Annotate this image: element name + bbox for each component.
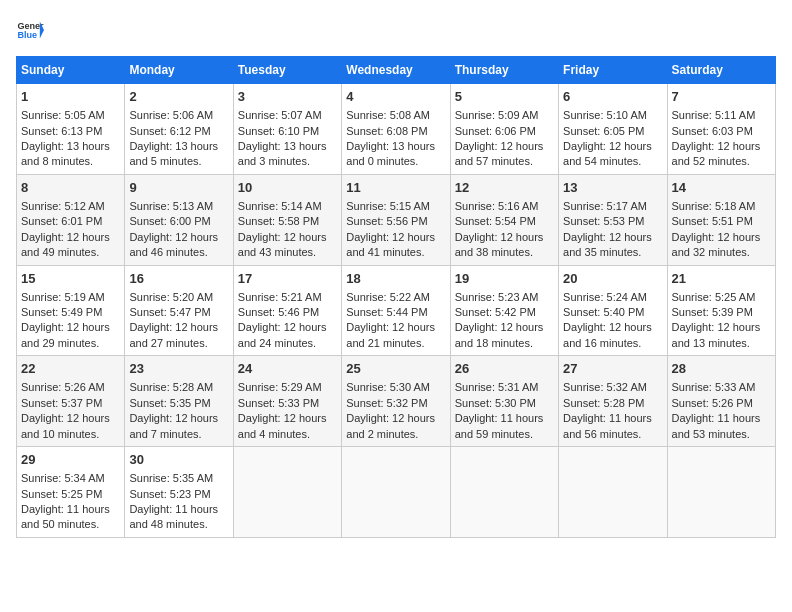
logo-icon: General Blue (16, 16, 44, 44)
day-number: 5 (455, 88, 554, 106)
daylight: Daylight: 12 hours and 49 minutes. (21, 231, 110, 258)
day-number: 19 (455, 270, 554, 288)
calendar-week-2: 8Sunrise: 5:12 AMSunset: 6:01 PMDaylight… (17, 174, 776, 265)
daylight: Daylight: 12 hours and 46 minutes. (129, 231, 218, 258)
day-number: 25 (346, 360, 445, 378)
day-number: 29 (21, 451, 120, 469)
calendar-cell: 8Sunrise: 5:12 AMSunset: 6:01 PMDaylight… (17, 174, 125, 265)
day-number: 26 (455, 360, 554, 378)
sunrise: Sunrise: 5:11 AM (672, 109, 756, 121)
sunset: Sunset: 5:26 PM (672, 397, 753, 409)
day-number: 1 (21, 88, 120, 106)
calendar-cell: 28Sunrise: 5:33 AMSunset: 5:26 PMDayligh… (667, 356, 775, 447)
sunset: Sunset: 5:51 PM (672, 215, 753, 227)
day-number: 6 (563, 88, 662, 106)
sunrise: Sunrise: 5:21 AM (238, 291, 322, 303)
day-number: 4 (346, 88, 445, 106)
day-number: 8 (21, 179, 120, 197)
sunset: Sunset: 5:58 PM (238, 215, 319, 227)
svg-text:Blue: Blue (17, 30, 37, 40)
calendar-cell: 2Sunrise: 5:06 AMSunset: 6:12 PMDaylight… (125, 84, 233, 175)
sunrise: Sunrise: 5:17 AM (563, 200, 647, 212)
sunset: Sunset: 6:13 PM (21, 125, 102, 137)
sunset: Sunset: 5:37 PM (21, 397, 102, 409)
sunset: Sunset: 5:40 PM (563, 306, 644, 318)
daylight: Daylight: 12 hours and 2 minutes. (346, 412, 435, 439)
sunset: Sunset: 5:53 PM (563, 215, 644, 227)
daylight: Daylight: 12 hours and 29 minutes. (21, 321, 110, 348)
calendar-cell: 11Sunrise: 5:15 AMSunset: 5:56 PMDayligh… (342, 174, 450, 265)
col-header-monday: Monday (125, 57, 233, 84)
col-header-tuesday: Tuesday (233, 57, 341, 84)
day-number: 7 (672, 88, 771, 106)
daylight: Daylight: 12 hours and 18 minutes. (455, 321, 544, 348)
sunrise: Sunrise: 5:12 AM (21, 200, 105, 212)
sunrise: Sunrise: 5:28 AM (129, 381, 213, 393)
sunrise: Sunrise: 5:23 AM (455, 291, 539, 303)
page-header: General Blue (16, 16, 776, 44)
daylight: Daylight: 12 hours and 41 minutes. (346, 231, 435, 258)
sunrise: Sunrise: 5:34 AM (21, 472, 105, 484)
calendar-cell: 29Sunrise: 5:34 AMSunset: 5:25 PMDayligh… (17, 447, 125, 538)
calendar-cell (450, 447, 558, 538)
sunset: Sunset: 5:39 PM (672, 306, 753, 318)
sunset: Sunset: 5:49 PM (21, 306, 102, 318)
sunrise: Sunrise: 5:14 AM (238, 200, 322, 212)
day-number: 2 (129, 88, 228, 106)
day-number: 17 (238, 270, 337, 288)
day-number: 12 (455, 179, 554, 197)
day-number: 10 (238, 179, 337, 197)
daylight: Daylight: 12 hours and 27 minutes. (129, 321, 218, 348)
sunset: Sunset: 5:33 PM (238, 397, 319, 409)
daylight: Daylight: 12 hours and 16 minutes. (563, 321, 652, 348)
sunset: Sunset: 5:46 PM (238, 306, 319, 318)
day-number: 16 (129, 270, 228, 288)
sunrise: Sunrise: 5:13 AM (129, 200, 213, 212)
day-number: 28 (672, 360, 771, 378)
day-number: 14 (672, 179, 771, 197)
sunset: Sunset: 5:54 PM (455, 215, 536, 227)
calendar-cell: 24Sunrise: 5:29 AMSunset: 5:33 PMDayligh… (233, 356, 341, 447)
sunrise: Sunrise: 5:33 AM (672, 381, 756, 393)
sunrise: Sunrise: 5:35 AM (129, 472, 213, 484)
calendar-cell: 17Sunrise: 5:21 AMSunset: 5:46 PMDayligh… (233, 265, 341, 356)
day-number: 22 (21, 360, 120, 378)
calendar-cell: 10Sunrise: 5:14 AMSunset: 5:58 PMDayligh… (233, 174, 341, 265)
daylight: Daylight: 12 hours and 38 minutes. (455, 231, 544, 258)
daylight: Daylight: 13 hours and 0 minutes. (346, 140, 435, 167)
sunset: Sunset: 6:10 PM (238, 125, 319, 137)
calendar-cell: 9Sunrise: 5:13 AMSunset: 6:00 PMDaylight… (125, 174, 233, 265)
sunset: Sunset: 6:01 PM (21, 215, 102, 227)
sunrise: Sunrise: 5:10 AM (563, 109, 647, 121)
calendar-week-1: 1Sunrise: 5:05 AMSunset: 6:13 PMDaylight… (17, 84, 776, 175)
daylight: Daylight: 12 hours and 52 minutes. (672, 140, 761, 167)
sunrise: Sunrise: 5:26 AM (21, 381, 105, 393)
daylight: Daylight: 12 hours and 57 minutes. (455, 140, 544, 167)
calendar-cell: 20Sunrise: 5:24 AMSunset: 5:40 PMDayligh… (559, 265, 667, 356)
sunset: Sunset: 5:56 PM (346, 215, 427, 227)
daylight: Daylight: 12 hours and 21 minutes. (346, 321, 435, 348)
sunrise: Sunrise: 5:16 AM (455, 200, 539, 212)
daylight: Daylight: 11 hours and 53 minutes. (672, 412, 761, 439)
calendar-cell: 13Sunrise: 5:17 AMSunset: 5:53 PMDayligh… (559, 174, 667, 265)
sunrise: Sunrise: 5:19 AM (21, 291, 105, 303)
sunrise: Sunrise: 5:07 AM (238, 109, 322, 121)
col-header-saturday: Saturday (667, 57, 775, 84)
daylight: Daylight: 12 hours and 13 minutes. (672, 321, 761, 348)
calendar-table: SundayMondayTuesdayWednesdayThursdayFrid… (16, 56, 776, 538)
sunrise: Sunrise: 5:25 AM (672, 291, 756, 303)
calendar-cell: 5Sunrise: 5:09 AMSunset: 6:06 PMDaylight… (450, 84, 558, 175)
day-number: 23 (129, 360, 228, 378)
day-number: 3 (238, 88, 337, 106)
day-number: 13 (563, 179, 662, 197)
daylight: Daylight: 11 hours and 50 minutes. (21, 503, 110, 530)
daylight: Daylight: 11 hours and 56 minutes. (563, 412, 652, 439)
sunrise: Sunrise: 5:05 AM (21, 109, 105, 121)
day-number: 11 (346, 179, 445, 197)
calendar-cell: 26Sunrise: 5:31 AMSunset: 5:30 PMDayligh… (450, 356, 558, 447)
daylight: Daylight: 11 hours and 48 minutes. (129, 503, 218, 530)
daylight: Daylight: 13 hours and 3 minutes. (238, 140, 327, 167)
calendar-cell: 6Sunrise: 5:10 AMSunset: 6:05 PMDaylight… (559, 84, 667, 175)
sunset: Sunset: 5:44 PM (346, 306, 427, 318)
sunrise: Sunrise: 5:08 AM (346, 109, 430, 121)
